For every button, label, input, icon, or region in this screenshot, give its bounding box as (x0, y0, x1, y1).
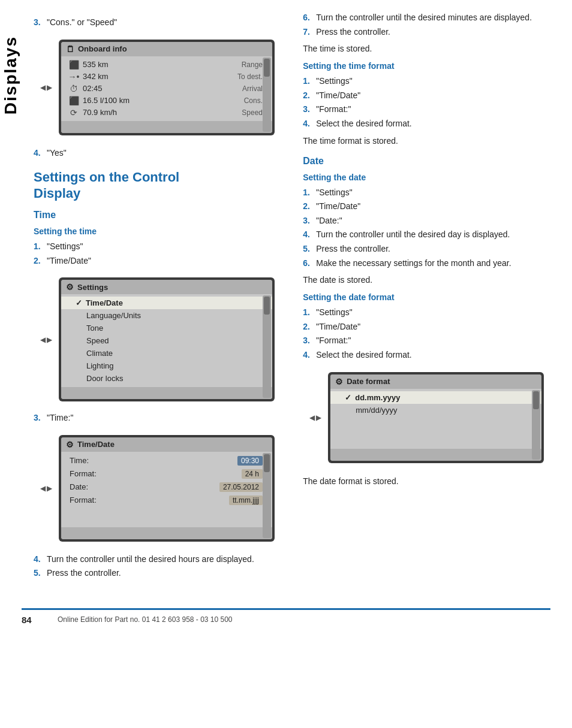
speed-label: Speed (242, 108, 263, 117)
date-stored-text: The date is stored. (303, 274, 560, 286)
time-value: 09:30 (237, 456, 263, 466)
table-row: →• 342 km To dest. (61, 71, 272, 83)
onboard-icon: 🗒 (66, 44, 74, 54)
scrollbar (263, 453, 271, 538)
timedate-content: Time: 09:30 Format: 24 h Date: 27.05.201… (61, 452, 272, 527)
step-text: Select the desired format. (316, 349, 412, 361)
screen-footer (61, 387, 272, 399)
page-number: 84 (22, 615, 46, 625)
date-label: Date: (70, 482, 219, 491)
range-icon: ⬛ (67, 60, 80, 70)
menu-item-label: Lighting (76, 361, 263, 370)
date-format-heading: Setting the date format (303, 292, 560, 302)
list-item: Door locks (61, 372, 272, 385)
range-value: 535 km (80, 60, 242, 69)
cons-label: Cons. (244, 96, 263, 105)
list-item: 4. Turn the controller until the desired… (34, 554, 285, 566)
right-column: 6. Turn the controller until the desired… (297, 12, 560, 584)
list-item: Climate (61, 347, 272, 360)
step-text: Press the controller. (316, 26, 390, 38)
step-text: "Date:" (316, 215, 342, 227)
arrival-icon: ⏱ (67, 84, 80, 93)
step-number: 2. (303, 90, 312, 102)
table-row: Date: 27.05.2012 (61, 481, 272, 494)
timedate-icon: ⚙ (66, 440, 74, 449)
screen-footer (61, 527, 272, 539)
table-row: ⟳ 70.9 km/h Speed (61, 107, 272, 119)
right-arrow-icon: ▶ (47, 83, 52, 92)
screen-footer (330, 449, 541, 461)
screen-footer (61, 121, 272, 133)
step-number: 4. (34, 554, 43, 566)
dateformat-label: Format: (70, 496, 229, 505)
menu-item-label: Tone (76, 324, 263, 333)
step-number: 2. (34, 255, 43, 267)
scrollbar-thumb (533, 391, 539, 409)
list-item: 6. Make the necessary settings for the m… (303, 258, 560, 270)
step-number: 4. (303, 118, 312, 130)
step-number: 6. (303, 258, 312, 270)
table-row: ⬛ 16.5 l/100 km Cons. (61, 95, 272, 107)
cons-icon: ⬛ (67, 96, 80, 105)
scrollbar-thumb (264, 59, 270, 77)
step-text: Turn the controller until the desired mi… (316, 12, 532, 24)
list-item: 1. "Settings" (34, 241, 285, 253)
step-number: 5. (34, 567, 43, 579)
arrival-label: Arrival (242, 84, 263, 93)
step-text: Select the desired format. (316, 118, 412, 130)
onboard-content: ⬛ 535 km Range →• 342 km To dest. ⏱ 02:4… (61, 56, 272, 121)
table-row: Time: 09:30 (61, 454, 272, 467)
setting-time-heading: Setting the time (34, 226, 285, 236)
left-column: 3. "Cons." or "Speed" ◀ ▶ 🗒 Onboard info (34, 12, 297, 584)
settings-screen-container: ◀ ▶ ⚙ Settings ✓ Time/Date (34, 271, 285, 407)
step-number: 1. (34, 241, 43, 253)
list-item: mm/dd/yyyy (330, 404, 541, 416)
list-item: 3. "Format:" (303, 104, 560, 116)
timedate-title: Time/Date (77, 440, 115, 449)
step-text: "Time/Date" (316, 90, 360, 102)
time-stored-text: The time is stored. (303, 43, 560, 55)
menu-item-label: dd.mm.yyyy (355, 393, 532, 402)
list-item: ✓ Time/Date (61, 297, 272, 309)
list-item: 2. "Time/Date" (303, 321, 560, 333)
timedate-screen-container: ◀ ▶ ⚙ Time/Date Time: 09:30 (34, 429, 285, 548)
step-number: 3. (303, 335, 312, 347)
dateformat-screen-container: ◀ ▶ ⚙ Date format ✓ dd.mm.yyyy (303, 366, 560, 469)
right-arrow-icon: ▶ (316, 413, 321, 422)
format-value: 24 h (242, 469, 263, 479)
knob-area-2: ◀ ▶ (34, 336, 59, 344)
step-text: "Yes" (47, 147, 67, 159)
step-number: 3. (34, 412, 43, 424)
speed-icon: ⟳ (67, 108, 80, 117)
step-text: "Settings" (316, 75, 353, 87)
left-arrow-icon: ◀ (40, 83, 46, 92)
cons-value: 16.5 l/100 km (80, 96, 244, 105)
step-text: Turn the controller until the desired da… (316, 229, 510, 241)
dateformat-screen: ⚙ Date format ✓ dd.mm.yyyy mm/dd/yyyy (328, 372, 544, 463)
sidebar-label: Displays (1, 36, 20, 114)
knob-area-4: ◀ ▶ (303, 413, 328, 422)
todest-icon: →• (67, 72, 80, 81)
step-text: Make the necessary settings for the mont… (316, 258, 511, 270)
step-text: "Time/Date" (47, 255, 91, 267)
list-item: 3. "Time:" (34, 412, 285, 424)
list-item: 4. "Yes" (34, 147, 285, 159)
knob-arrows-3: ◀ ▶ (40, 484, 52, 493)
date-format-stored-text: The date format is stored. (303, 475, 560, 488)
step-number: 1. (303, 307, 312, 319)
sidebar: Displays (0, 0, 22, 728)
list-item: 2. "Time/Date" (303, 90, 560, 102)
step-number: 5. (303, 243, 312, 255)
step-text: "Format:" (316, 335, 351, 347)
left-arrow-icon: ◀ (309, 413, 315, 422)
list-item: Tone (61, 322, 272, 334)
menu-item-label: Door locks (76, 374, 263, 383)
onboard-title: Onboard info (78, 44, 127, 53)
list-item: 6. Turn the controller until the desired… (303, 12, 560, 24)
step-number: 4. (303, 349, 312, 361)
left-arrow-icon: ◀ (40, 336, 46, 344)
dateformat-content: ✓ dd.mm.yyyy mm/dd/yyyy (330, 389, 541, 449)
list-item: 2. "Time/Date" (34, 255, 285, 267)
timedate-screen: ⚙ Time/Date Time: 09:30 Format: 24 h (59, 435, 275, 542)
step-number: 6. (303, 12, 312, 24)
